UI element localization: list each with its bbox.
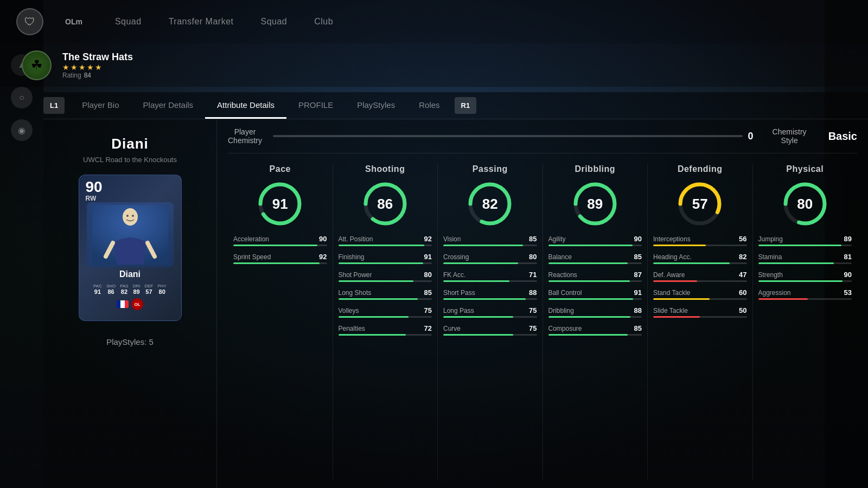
nav-transfer-market[interactable]: Transfer Market	[169, 14, 234, 29]
fifa-card: 90 RW	[79, 175, 182, 321]
stat-interceptions: Interceptions 56	[653, 235, 747, 246]
stat-long-shots: Long Shots 85	[339, 288, 432, 300]
basic-style-label: Basic	[828, 130, 857, 143]
tab-r1-indicator: R1	[455, 97, 477, 114]
shooting-score: 86	[377, 196, 393, 213]
card-position: RW	[86, 195, 97, 202]
sidebar-icon-3: ◉	[11, 119, 33, 141]
stat-reactions: Reactions 87	[548, 271, 642, 282]
nav-squad[interactable]: Squad	[115, 14, 142, 29]
defending-score: 57	[692, 196, 708, 213]
attr-col-pace: Pace 91 Acceleration 90	[228, 164, 333, 480]
card-flags: OL	[117, 298, 143, 310]
attr-col-physical: Physical 80 Jumping 89	[753, 164, 858, 480]
stat-heading-acc: Heading Acc. 82	[653, 253, 747, 264]
chem-bar	[273, 135, 743, 137]
player-subtitle: UWCL Road to the Knockouts	[83, 156, 177, 164]
stat-balance: Balance 85	[548, 253, 642, 264]
card-player-name: Diani	[119, 269, 141, 279]
card-stats-row: PAC 91 SHO 86 PAS 82 DRI 89 DEF 57	[93, 284, 167, 295]
tab-attribute-details[interactable]: Attribute Details	[205, 93, 286, 119]
card-stat-phy: PHY 80	[157, 284, 166, 295]
tab-profile[interactable]: PROFILE	[286, 93, 345, 119]
attr-col-defending: Defending 57 Interceptions 56	[648, 164, 753, 480]
tab-player-bio[interactable]: Player Bio	[70, 93, 131, 119]
player-name: Diani	[111, 136, 149, 152]
team-stars: ★★★★★	[62, 63, 133, 72]
flag-club: OL	[131, 298, 143, 310]
nav-squad2[interactable]: Squad	[260, 14, 287, 29]
team-name: The Straw Hats	[62, 52, 133, 63]
svg-point-1	[123, 208, 138, 226]
player-panel: Diani UWCL Road to the Knockouts 90 RW	[43, 119, 217, 488]
svg-point-5	[132, 215, 134, 217]
stat-crossing: Crossing 80	[443, 253, 537, 264]
stat-fk-acc: FK Acc. 71	[443, 271, 537, 282]
club-short-name: OLm	[65, 17, 82, 26]
team-rating-label: Rating	[62, 72, 81, 79]
dribbling-score: 89	[587, 196, 603, 213]
stat-penalties: Penalties 72	[339, 324, 432, 336]
passing-gauge: 82	[465, 179, 514, 228]
defending-gauge: 57	[675, 179, 724, 228]
shooting-gauge: 86	[361, 179, 410, 228]
nav-items: Squad Transfer Market Squad Club	[115, 14, 333, 29]
attr-col-passing: Passing 82 Vision 85	[438, 164, 543, 480]
team-rating-value: 84	[84, 72, 91, 79]
stat-volleys: Volleys 75	[339, 306, 432, 318]
nav-club[interactable]: Club	[314, 14, 333, 29]
playstyles-label: PlayStyles: 5	[106, 337, 154, 346]
player-chemistry-label: PlayerChemistry	[228, 127, 262, 145]
stat-stamina: Stamina 81	[758, 253, 852, 264]
sidebar-icon-2: ○	[11, 87, 33, 108]
stat-ball-control: Ball Control 91	[548, 288, 642, 300]
defending-stats: Interceptions 56 Heading Acc. 82	[653, 235, 747, 318]
attr-columns: Pace 91 Acceleration 90	[228, 164, 857, 480]
svg-point-4	[126, 215, 129, 217]
pace-stats: Acceleration 90 Sprint Speed 92	[233, 235, 327, 264]
club-logo: 🛡	[16, 8, 43, 35]
tab-l1-indicator: L1	[43, 97, 65, 114]
main-content: Diani UWCL Road to the Knockouts 90 RW	[43, 119, 868, 488]
dribbling-stats: Agility 90 Balance 85	[548, 235, 642, 336]
chem-bar-container: 0	[273, 131, 762, 142]
tab-player-details[interactable]: Player Details	[131, 93, 206, 119]
defending-title: Defending	[678, 164, 723, 174]
passing-title: Passing	[473, 164, 508, 174]
player-figure-svg	[92, 205, 168, 265]
stat-short-pass: Short Pass 88	[443, 288, 537, 300]
top-nav: 🛡 OLm Squad Transfer Market Squad Club	[0, 0, 868, 43]
physical-title: Physical	[786, 164, 824, 174]
stat-vision: Vision 85	[443, 235, 537, 246]
card-stat-sho: SHO 86	[106, 284, 116, 295]
pace-gauge: 91	[256, 179, 304, 228]
tab-playstyles[interactable]: PlayStyles	[345, 93, 407, 119]
stat-long-pass: Long Pass 75	[443, 306, 537, 318]
stat-acceleration: Acceleration 90	[233, 235, 327, 246]
shooting-stats: Att. Position 92 Finishing 91	[339, 235, 432, 336]
stat-finishing: Finishing 91	[339, 253, 432, 264]
stat-composure: Composure 85	[548, 324, 642, 336]
stat-curve: Curve 75	[443, 324, 537, 336]
stat-sprint-speed: Sprint Speed 92	[233, 253, 327, 264]
card-stat-pac: PAC 91	[93, 284, 102, 295]
attr-col-shooting: Shooting 86 Att. Position 92	[333, 164, 438, 480]
card-player-image	[87, 202, 174, 267]
stat-agility: Agility 90	[548, 235, 642, 246]
stat-shot-power: Shot Power 80	[339, 271, 432, 282]
attr-col-dribbling: Dribbling 89 Agility 90	[543, 164, 648, 480]
dribbling-gauge: 89	[571, 179, 620, 228]
stat-stand-tackle: Stand Tackle 60	[653, 288, 747, 300]
team-info-bar: ☘ The Straw Hats ★★★★★ Rating 84	[0, 43, 868, 87]
physical-score: 80	[797, 196, 813, 213]
stat-slide-tackle: Slide Tackle 50	[653, 306, 747, 318]
attrs-panel: PlayerChemistry 0 ChemistryStyle Basic P…	[217, 119, 868, 488]
shooting-title: Shooting	[365, 164, 405, 174]
passing-score: 82	[482, 196, 498, 213]
chem-value: 0	[748, 131, 762, 142]
flag-france	[117, 300, 129, 308]
pace-title: Pace	[270, 164, 291, 174]
chem-style-label: ChemistryStyle	[773, 127, 807, 145]
passing-stats: Vision 85 Crossing 80	[443, 235, 537, 336]
tab-roles[interactable]: Roles	[407, 93, 451, 119]
